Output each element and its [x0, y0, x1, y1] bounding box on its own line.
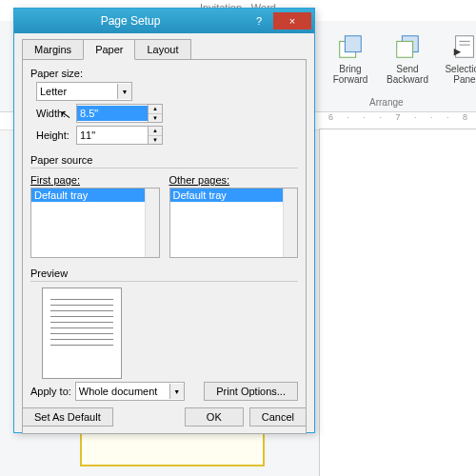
first-page-listbox[interactable]: Default tray — [30, 188, 160, 258]
paper-tab-panel: Paper size: ▼ Width: ▲▼ Height: ▲▼ Paper… — [22, 59, 307, 434]
set-as-default-button[interactable]: Set As Default — [22, 407, 113, 426]
send-backward-button[interactable]: Send Backward — [381, 29, 434, 89]
width-label: Width: — [36, 108, 76, 119]
svg-rect-1 — [345, 36, 361, 52]
other-pages-listbox[interactable]: Default tray — [169, 188, 299, 258]
height-value[interactable] — [77, 128, 148, 143]
ok-button[interactable]: OK — [185, 407, 244, 426]
other-pages-label: Other pages: — [169, 174, 299, 186]
dialog-title: Page Setup — [14, 14, 247, 28]
selection-pane-button[interactable]: Selection Pane — [438, 29, 476, 89]
scrollbar[interactable] — [283, 188, 297, 257]
paper-size-label: Paper size: — [30, 68, 298, 79]
paper-size-combo[interactable]: ▼ — [36, 82, 132, 101]
bring-forward-icon — [336, 32, 365, 61]
cancel-button[interactable]: Cancel — [249, 407, 307, 426]
document-content-fragment — [80, 430, 265, 466]
close-icon: × — [289, 15, 295, 27]
close-button[interactable]: × — [273, 12, 311, 30]
selection-pane-icon — [450, 32, 476, 61]
spin-up-icon[interactable]: ▲ — [149, 127, 162, 136]
svg-rect-3 — [397, 41, 413, 57]
apply-to-combo[interactable]: ▼ — [75, 382, 185, 401]
spin-down-icon[interactable]: ▼ — [149, 114, 162, 123]
paper-size-value[interactable] — [37, 84, 117, 99]
apply-to-value[interactable] — [76, 384, 169, 399]
spin-down-icon[interactable]: ▼ — [149, 136, 162, 145]
bring-forward-button[interactable]: Bring Forward — [324, 29, 377, 89]
width-value[interactable] — [77, 106, 148, 121]
width-input[interactable] — [76, 104, 149, 123]
tab-paper[interactable]: Paper — [83, 39, 135, 60]
arrange-group-label: Arrange — [369, 97, 404, 108]
print-options-button[interactable]: Print Options... — [204, 382, 298, 401]
dialog-titlebar[interactable]: Page Setup ? × — [14, 9, 314, 33]
list-item[interactable]: Default tray — [31, 188, 159, 202]
height-input[interactable] — [76, 126, 149, 145]
page-setup-dialog: Page Setup ? × Margins Paper Layout Pape… — [13, 8, 315, 433]
preview-thumbnail — [42, 288, 122, 379]
width-spinner[interactable]: ▲▼ — [149, 104, 163, 123]
tab-margins[interactable]: Margins — [22, 39, 84, 60]
help-button[interactable]: ? — [247, 11, 271, 30]
chevron-down-icon[interactable]: ▼ — [117, 84, 131, 99]
apply-to-label: Apply to: — [30, 386, 71, 397]
list-item[interactable]: Default tray — [170, 188, 298, 202]
spin-up-icon[interactable]: ▲ — [149, 105, 162, 114]
height-spinner[interactable]: ▲▼ — [149, 126, 163, 145]
dialog-tabs: Margins Paper Layout — [22, 39, 314, 60]
document-page — [319, 129, 476, 476]
send-backward-icon — [393, 32, 422, 61]
height-label: Height: — [36, 129, 76, 141]
first-page-label: First page: — [30, 174, 160, 186]
chevron-down-icon[interactable]: ▼ — [169, 384, 184, 399]
preview-label: Preview — [30, 268, 298, 279]
scrollbar[interactable] — [145, 188, 159, 257]
svg-rect-4 — [456, 36, 474, 58]
tab-layout[interactable]: Layout — [134, 39, 190, 60]
paper-source-label: Paper source — [30, 154, 298, 166]
